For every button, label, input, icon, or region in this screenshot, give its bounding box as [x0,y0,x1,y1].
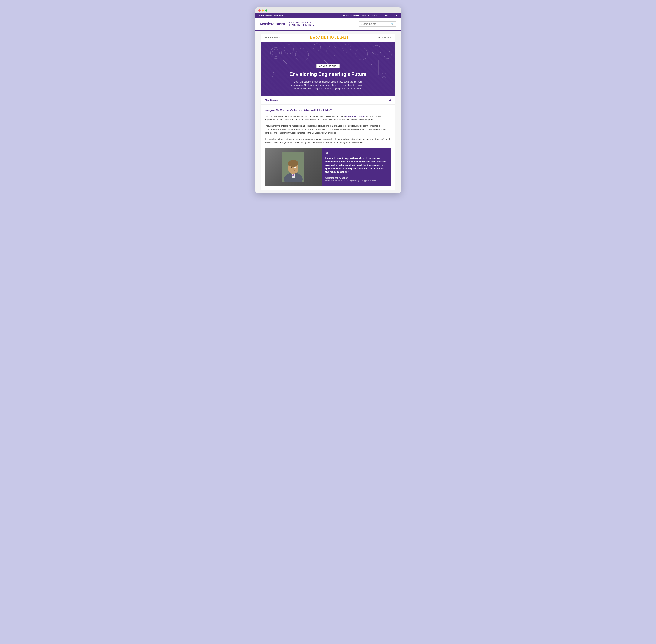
article-paragraph-3: "I wanted us not only to think about how… [265,137,392,144]
search-icon: 🔍 [391,23,394,25]
quote-attribution: Christopher A. Schuh Dean, McCormick Sch… [326,177,388,182]
page-content: 🗃 Back Issues MAGAZINE FALL 2024 ✉ Subsc… [255,31,401,193]
open-quote-mark: ❝ [326,153,388,155]
info-for-label: INFO FOR [385,15,395,17]
quote-person-title: Dean, McCormick School of Engineering an… [326,180,388,182]
northwestern-logo-text[interactable]: Northwestern [260,22,285,26]
search-icon-button[interactable]: 🔍 [391,23,394,25]
site-header: Northwestern McCORMICK SCHOOL OF ENGINEE… [255,18,401,31]
top-nav-links: NEWS & EVENTS CONTACT & VISIT | INFO FOR… [343,14,397,17]
nav-divider: | [382,14,383,17]
magazine-title-area: MAGAZINE FALL 2024 [310,36,348,39]
mccormick-logo: McCORMICK SCHOOL OF ENGINEERING [289,22,314,26]
magazine-issue: FALL 2024 [330,36,348,39]
subscribe-label: Subscribe [381,36,391,39]
close-button-dot[interactable] [258,9,261,12]
maximize-button-dot[interactable] [265,9,267,12]
contact-visit-link[interactable]: CONTACT & VISIT [362,15,379,17]
svg-point-35 [295,167,296,168]
search-input[interactable] [361,23,390,25]
article-body: Imagine McCormick's future. What will it… [261,105,395,190]
search-bar[interactable]: 🔍 [359,21,396,27]
hero-title: Envisioning Engineering's Future [289,71,367,77]
back-issues-link[interactable]: 🗃 Back Issues [265,36,280,39]
magazine-header: 🗃 Back Issues MAGAZINE FALL 2024 ✉ Subsc… [261,34,395,42]
logo-divider [287,21,287,27]
svg-point-31 [288,160,299,167]
photo-placeholder [265,148,322,186]
logo-area: Northwestern McCORMICK SCHOOL OF ENGINEE… [260,21,314,27]
svg-point-36 [293,168,294,169]
dean-photo [265,148,322,186]
mccormick-school-label: McCORMICK SCHOOL OF [289,22,314,23]
minimize-button-dot[interactable] [262,9,264,12]
back-issues-label: Back Issues [268,36,280,39]
article-paragraph-2: Through months of planning meetings and … [265,124,392,135]
magazine-word: MAGAZINE [310,36,329,39]
top-navigation-bar: Northwestern University NEWS & EVENTS CO… [255,13,401,18]
hero-banner: COVER STORY Envisioning Engineering's Fu… [261,42,395,96]
article-intro-heading: Imagine McCormick's future. What will it… [265,108,392,112]
hero-subtitle: Dean Christopher Schuh and faculty leade… [291,80,365,90]
news-events-link[interactable]: NEWS & EVENTS [343,15,359,17]
chevron-down-icon: ▾ [396,15,397,17]
article-paragraph-1: Over the past academic year, Northwester… [265,115,392,122]
university-name: Northwestern University [259,15,283,17]
person-avatar-svg [282,152,304,182]
quote-section: ❝ I wanted us not only to think about ho… [265,148,392,186]
cover-story-badge: COVER STORY [317,64,339,68]
browser-chrome [255,7,401,13]
article-meta: Alex Gerage ⬇ [261,96,395,105]
pull-quote-text: I wanted us not only to think about how … [326,157,388,174]
article-container: 🗃 Back Issues MAGAZINE FALL 2024 ✉ Subsc… [261,34,395,190]
back-issues-icon: 🗃 [265,36,267,39]
download-icon[interactable]: ⬇ [389,98,392,102]
svg-point-34 [291,167,292,168]
engineering-label: ENGINEERING [289,23,314,27]
christopher-schuh-link[interactable]: Christopher Schuh [345,115,365,117]
quote-person-name: Christopher A. Schuh [326,177,388,179]
mail-icon: ✉ [378,36,380,39]
magazine-title: MAGAZINE FALL 2024 [310,36,348,39]
subscribe-area[interactable]: ✉ Subscribe [378,36,391,39]
info-for-dropdown[interactable]: INFO FOR ▾ [385,15,397,17]
browser-window: Northwestern University NEWS & EVENTS CO… [255,7,401,193]
pull-quote-box: ❝ I wanted us not only to think about ho… [322,148,392,186]
author-link[interactable]: Alex Gerage [265,99,278,101]
